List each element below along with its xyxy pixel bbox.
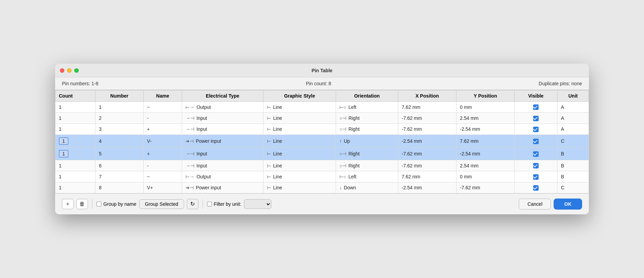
orientation-icon: ↓ <box>339 185 342 190</box>
cell-visible[interactable] <box>514 135 557 148</box>
orientation-icon: ○⊣ <box>339 163 346 168</box>
cell-name: + <box>143 124 182 135</box>
cell-electrical-type: ➜⊣Power input <box>182 182 263 193</box>
cell-count: 1 <box>55 160 95 171</box>
cell-number: 3 <box>95 124 143 135</box>
cell-y-position: 2.54 mm <box>456 113 515 124</box>
ok-button[interactable]: OK <box>554 199 582 210</box>
cell-y-position: -7.62 mm <box>456 182 515 193</box>
cell-unit: A <box>557 113 589 124</box>
orientation-icon: ⊢○ <box>339 174 346 179</box>
cell-name: + <box>143 148 182 160</box>
cell-graphic-style: ⊢Line <box>263 148 336 160</box>
group-by-name-checkbox[interactable] <box>96 202 101 206</box>
pin-table: Count Number Name Electrical Type Graphi… <box>55 90 589 193</box>
cell-visible[interactable] <box>514 171 557 182</box>
header-y-position[interactable]: Y Position <box>456 90 515 102</box>
cell-number: 5 <box>95 148 143 160</box>
cell-orientation: ⊢○Left <box>336 102 398 113</box>
cell-count: 1 <box>55 171 95 182</box>
cell-number: 4 <box>95 135 143 148</box>
header-x-position[interactable]: X Position <box>398 90 456 102</box>
orientation-icon: ○⊣ <box>339 151 346 156</box>
table-row[interactable]: 16-→⊣Input⊢Line○⊣Right-7.62 mm2.54 mmB <box>55 160 589 171</box>
electrical-type-icon: →⊣ <box>185 151 194 156</box>
visible-checkbox-checked[interactable] <box>533 104 539 110</box>
table-row[interactable]: 12-→⊣Input⊢Line○⊣Right-7.62 mm2.54 mmA <box>55 113 589 124</box>
group-selected-button[interactable]: Group Selected <box>139 199 184 209</box>
trash-icon: 🗑 <box>79 201 85 207</box>
add-pin-button[interactable]: + <box>62 199 74 209</box>
cell-name: - <box>143 113 182 124</box>
table-header-row: Count Number Name Electrical Type Graphi… <box>55 90 589 102</box>
orientation-icon: ⊢○ <box>339 104 346 110</box>
header-number[interactable]: Number <box>95 90 143 102</box>
refresh-button[interactable]: ↻ <box>187 199 198 209</box>
cell-visible[interactable] <box>514 102 557 113</box>
filter-by-unit-checkbox[interactable] <box>207 202 212 206</box>
table-row[interactable]: 11~⊢→Output⊢Line⊢○Left7.62 mm0 mmA <box>55 102 589 113</box>
header-orientation[interactable]: Orientation <box>336 90 398 102</box>
cell-count: 1 <box>55 102 95 113</box>
graphic-style-icon: ⊢ <box>267 185 271 190</box>
header-visible[interactable]: Visible <box>514 90 557 102</box>
cell-visible[interactable] <box>514 148 557 160</box>
close-button[interactable] <box>60 68 64 73</box>
table-row[interactable]: 15+→⊣Input⊢Line○⊣Right-7.62 mm-2.54 mmB <box>55 148 589 160</box>
cell-graphic-style: ⊢Line <box>263 135 336 148</box>
cell-visible[interactable] <box>514 124 557 135</box>
filter-by-unit-label[interactable]: Filter by unit: <box>207 201 241 207</box>
visible-checkbox-checked[interactable] <box>533 139 539 144</box>
electrical-type-icon: ➜⊣ <box>185 185 194 190</box>
graphic-style-icon: ⊢ <box>267 163 271 168</box>
header-unit[interactable]: Unit <box>557 90 589 102</box>
delete-pin-button[interactable]: 🗑 <box>76 199 88 209</box>
filter-by-unit-text: Filter by unit: <box>214 201 241 207</box>
table-container: Count Number Name Electrical Type Graphi… <box>55 90 589 193</box>
cell-unit: B <box>557 148 589 160</box>
cell-visible[interactable] <box>514 113 557 124</box>
window-title: Pin Table <box>311 68 332 73</box>
visible-checkbox-checked[interactable] <box>533 151 539 157</box>
separator-2 <box>203 199 203 209</box>
table-row[interactable]: 14V-➜⊣Power input⊢Line↑Up-2.54 mm7.62 mm… <box>55 135 589 148</box>
orientation-icon: ○⊣ <box>339 126 346 132</box>
table-row[interactable]: 18V+➜⊣Power input⊢Line↓Down-2.54 mm-7.62… <box>55 182 589 193</box>
header-graphic-style[interactable]: Graphic Style <box>263 90 336 102</box>
cell-number: 7 <box>95 171 143 182</box>
cancel-button[interactable]: Cancel <box>519 199 551 210</box>
orientation-icon: ○⊣ <box>339 115 346 121</box>
visible-checkbox-checked[interactable] <box>533 185 539 191</box>
header-electrical-type[interactable]: Electrical Type <box>182 90 263 102</box>
cell-electrical-type: →⊣Input <box>182 124 263 135</box>
header-name[interactable]: Name <box>143 90 182 102</box>
cell-count: 1 <box>55 135 95 148</box>
minimize-button[interactable] <box>67 68 72 73</box>
visible-checkbox-checked[interactable] <box>533 127 539 132</box>
unit-select-wrapper: A B C <box>244 199 271 209</box>
cell-visible[interactable] <box>514 182 557 193</box>
electrical-type-icon: ➜⊣ <box>185 138 194 144</box>
table-row[interactable]: 17~⊢→Output⊢Line⊢○Left7.62 mm0 mmB <box>55 171 589 182</box>
unit-select[interactable]: A B C <box>244 199 271 209</box>
header-count[interactable]: Count <box>55 90 95 102</box>
cell-y-position: 0 mm <box>456 102 515 113</box>
cell-x-position: -2.54 mm <box>398 135 456 148</box>
cell-y-position: 2.54 mm <box>456 160 515 171</box>
cell-visible[interactable] <box>514 160 557 171</box>
visible-checkbox-checked[interactable] <box>533 174 539 180</box>
maximize-button[interactable] <box>74 68 79 73</box>
cell-electrical-type: →⊣Input <box>182 148 263 160</box>
visible-checkbox-checked[interactable] <box>533 116 539 121</box>
cell-name: V+ <box>143 182 182 193</box>
cell-unit: A <box>557 102 589 113</box>
cell-graphic-style: ⊢Line <box>263 124 336 135</box>
cell-number: 1 <box>95 102 143 113</box>
table-row[interactable]: 13+→⊣Input⊢Line○⊣Right-7.62 mm-2.54 mmA <box>55 124 589 135</box>
group-by-name-label[interactable]: Group by name <box>96 201 137 207</box>
graphic-style-icon: ⊢ <box>267 126 271 132</box>
electrical-type-icon: ⊢→ <box>185 174 194 179</box>
footer: + 🗑 Group by name Group Selected ↻ Filte… <box>55 193 589 214</box>
cell-x-position: 7.62 mm <box>398 171 456 182</box>
visible-checkbox-checked[interactable] <box>533 163 539 168</box>
